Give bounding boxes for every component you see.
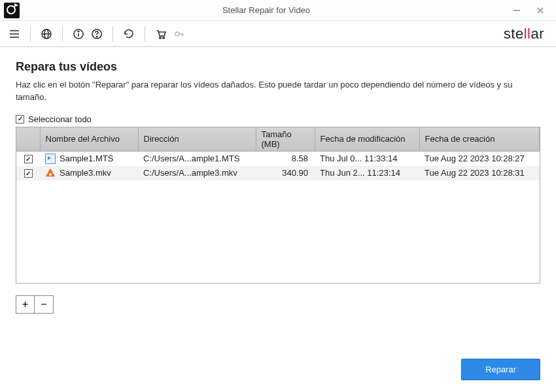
file-name: Sample3.mkv	[60, 168, 111, 178]
language-button[interactable]	[37, 25, 56, 43]
file-table-container: Nombre del Archivo Dirección Tamaño (MB)…	[16, 127, 540, 284]
file-table: Nombre del Archivo Dirección Tamaño (MB)…	[16, 127, 540, 180]
file-name: Sample1.MTS	[60, 154, 113, 163]
file-modified: Thu Jun 2... 11:23:14	[315, 166, 419, 180]
row-checkbox[interactable]	[24, 155, 33, 163]
main-content: Repara tus vídeos Haz clic en el botón "…	[0, 47, 556, 314]
col-header-created[interactable]: Fecha de creación	[419, 127, 540, 152]
help-button[interactable]	[88, 25, 106, 43]
svg-point-11	[78, 31, 79, 32]
info-button[interactable]	[69, 25, 88, 43]
add-file-button[interactable]: +	[16, 296, 35, 313]
brand-logo: stellar	[504, 25, 551, 42]
key-button[interactable]	[170, 25, 188, 43]
toolbar-separator	[30, 26, 31, 42]
toolbar-separator	[113, 26, 113, 42]
col-header-path[interactable]: Dirección	[138, 127, 256, 152]
row-checkbox[interactable]	[24, 169, 33, 178]
refresh-button[interactable]	[120, 25, 138, 43]
toolbar-separator	[62, 26, 63, 42]
file-size: 8.58	[256, 151, 315, 166]
menu-button[interactable]	[5, 25, 24, 43]
file-created: Tue Aug 22 2023 10:28:31	[419, 166, 540, 180]
file-modified: Thu Jul 0... 11:33:14	[315, 151, 419, 166]
svg-point-13	[96, 36, 97, 37]
footer: Reparar	[461, 359, 540, 380]
file-icon	[45, 154, 56, 164]
file-path: C:/Users/A...ample3.mkv	[138, 166, 256, 180]
minimize-button[interactable]	[509, 3, 525, 18]
cart-button[interactable]	[152, 25, 170, 43]
brand-prefix: ste	[504, 25, 524, 42]
svg-point-15	[163, 37, 165, 39]
brand-highlight: ll	[524, 25, 531, 42]
window-title: Stellar Repair for Video	[24, 5, 509, 15]
table-row[interactable]: Sample1.MTSC:/Users/A...ample1.MTS8.58Th…	[16, 151, 540, 166]
col-header-modified[interactable]: Fecha de modificación	[315, 127, 419, 152]
col-header-filename[interactable]: Nombre del Archivo	[40, 127, 138, 152]
select-all-checkbox[interactable]: Seleccionar todo	[16, 114, 540, 124]
select-all-label: Seleccionar todo	[28, 114, 92, 124]
window-controls	[509, 3, 552, 18]
svg-point-14	[160, 37, 162, 39]
repair-button[interactable]: Reparar	[461, 359, 540, 380]
toolbar: stellar	[0, 21, 556, 47]
file-path: C:/Users/A...ample1.MTS	[138, 151, 256, 166]
file-size: 340.90	[256, 166, 315, 180]
col-header-size[interactable]: Tamaño (MB)	[256, 127, 315, 152]
app-icon	[4, 3, 20, 18]
brand-suffix: ar	[530, 25, 544, 42]
page-subtitle: Haz clic en el botón "Reparar" para repa…	[16, 79, 540, 104]
file-icon	[45, 168, 56, 178]
file-created: Tue Aug 22 2023 10:28:27	[419, 151, 540, 166]
table-row[interactable]: Sample3.mkvC:/Users/A...ample3.mkv340.90…	[16, 166, 540, 180]
checkbox-icon	[16, 115, 24, 123]
titlebar: Stellar Repair for Video	[0, 0, 556, 21]
add-remove-group: + −	[16, 295, 54, 314]
toolbar-separator	[145, 26, 145, 42]
close-button[interactable]	[532, 3, 548, 18]
svg-point-16	[175, 32, 179, 36]
col-header-check[interactable]	[16, 127, 40, 152]
remove-file-button[interactable]: −	[35, 296, 53, 313]
page-heading: Repara tus vídeos	[16, 60, 540, 74]
